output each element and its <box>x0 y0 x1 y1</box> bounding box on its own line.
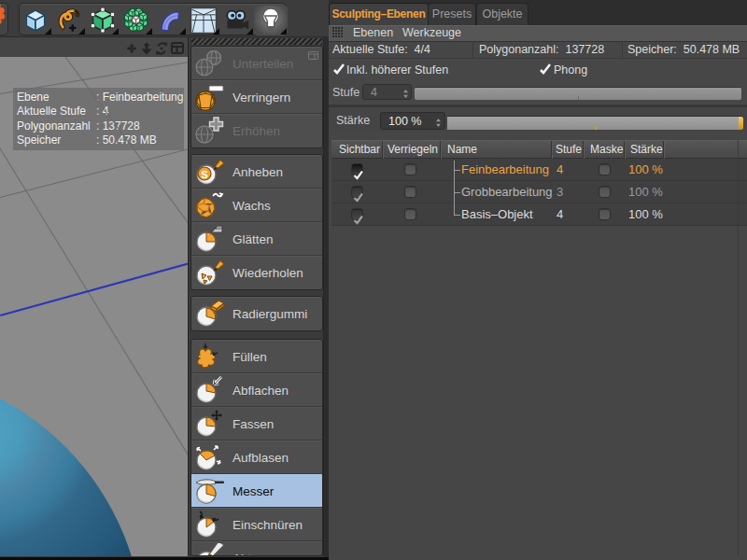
svg-text:S: S <box>201 168 207 179</box>
